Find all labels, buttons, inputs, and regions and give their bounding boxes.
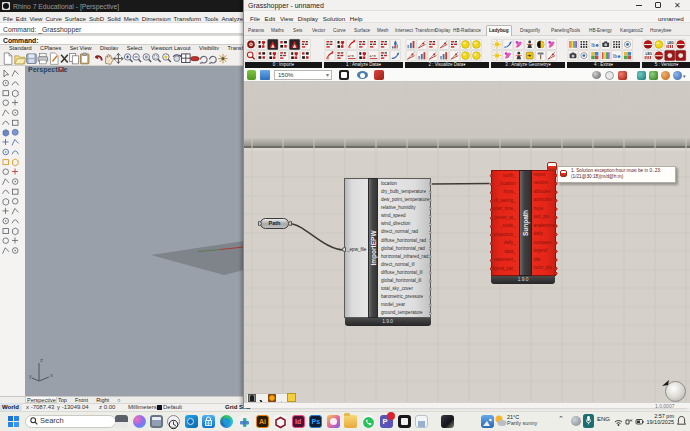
svg-text:LEG: LEG: [667, 41, 674, 45]
svg-text:A×0: A×0: [370, 54, 376, 58]
svg-text:x: x: [50, 372, 53, 378]
svg-text:z: z: [40, 357, 43, 363]
svg-text:lb: lb: [591, 43, 595, 48]
svg-text:LEG: LEG: [646, 52, 653, 56]
svg-text:lb: lb: [613, 54, 617, 59]
svg-text:y: y: [29, 373, 32, 379]
svg-text:A×0: A×0: [348, 54, 354, 58]
